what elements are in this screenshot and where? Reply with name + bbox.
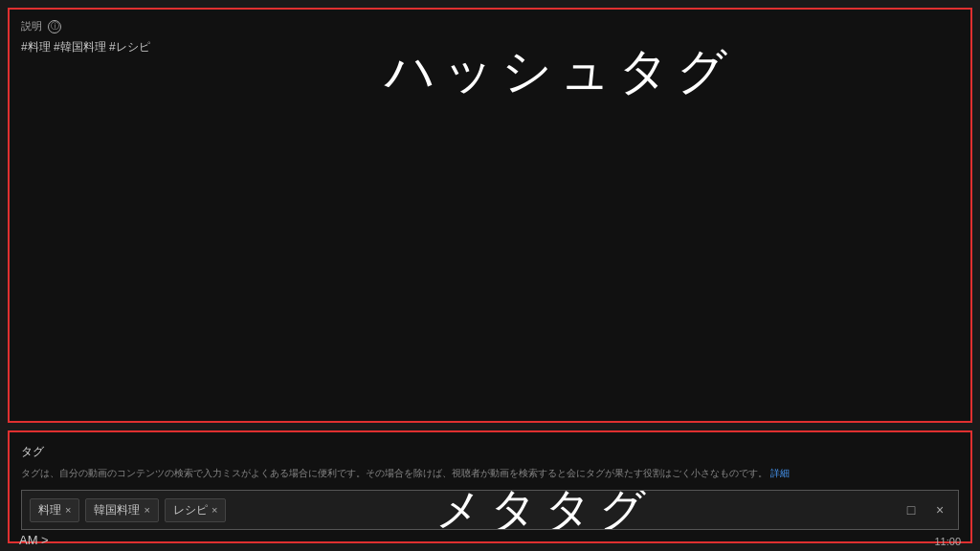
- tag-chip-cooking: 料理 ×: [30, 498, 79, 522]
- hashtag-large-label: ハッシュタグ: [385, 38, 735, 105]
- tag-chip-recipe: レシピ ×: [165, 498, 226, 522]
- tag-chip-cooking-label: 料理: [38, 502, 61, 518]
- tag-chip-korean-label: 韓国料理: [94, 502, 140, 518]
- tags-detail-link[interactable]: 詳細: [770, 468, 790, 478]
- bottom-right-info: 11:00: [934, 536, 961, 547]
- main-container: 説明 ⓘ #料理 #韓国料理 #レシピ ハッシュタグ タグ タグは、自分の動画の…: [0, 0, 980, 551]
- tags-title: タグ: [21, 444, 959, 460]
- hashtag-info-icon[interactable]: ⓘ: [48, 20, 61, 33]
- tags-section: タグ タグは、自分の動画のコンテンツの検索で入力ミスがよくある場合に便利です。そ…: [8, 430, 972, 543]
- bottom-nav[interactable]: AM >: [19, 533, 49, 547]
- tags-close-icon[interactable]: ×: [929, 499, 950, 520]
- tags-icons: □ ×: [901, 499, 950, 520]
- tags-input-area[interactable]: 料理 × 韓国料理 × レシピ × メタタグ □ ×: [21, 490, 959, 530]
- tag-chip-cooking-close[interactable]: ×: [65, 504, 71, 516]
- tags-description-text: タグは、自分の動画のコンテンツの検索で入力ミスがよくある場合に便利です。その場合…: [21, 468, 768, 478]
- tag-chip-recipe-close[interactable]: ×: [212, 504, 217, 516]
- tags-square-icon[interactable]: □: [901, 499, 922, 520]
- hashtag-header: 説明 ⓘ: [21, 19, 959, 33]
- hashtag-label: 説明: [21, 19, 42, 33]
- hashtag-section: 説明 ⓘ #料理 #韓国料理 #レシピ ハッシュタグ: [8, 8, 972, 423]
- tag-chip-recipe-label: レシピ: [173, 502, 208, 518]
- meta-tag-large-label: メタタグ: [435, 490, 654, 530]
- tags-description: タグは、自分の動画のコンテンツの検索で入力ミスがよくある場合に便利です。その場合…: [21, 466, 959, 480]
- nav-text: AM >: [19, 533, 49, 547]
- tag-chip-korean-close[interactable]: ×: [144, 504, 149, 516]
- tag-chip-korean: 韓国料理 ×: [85, 498, 158, 522]
